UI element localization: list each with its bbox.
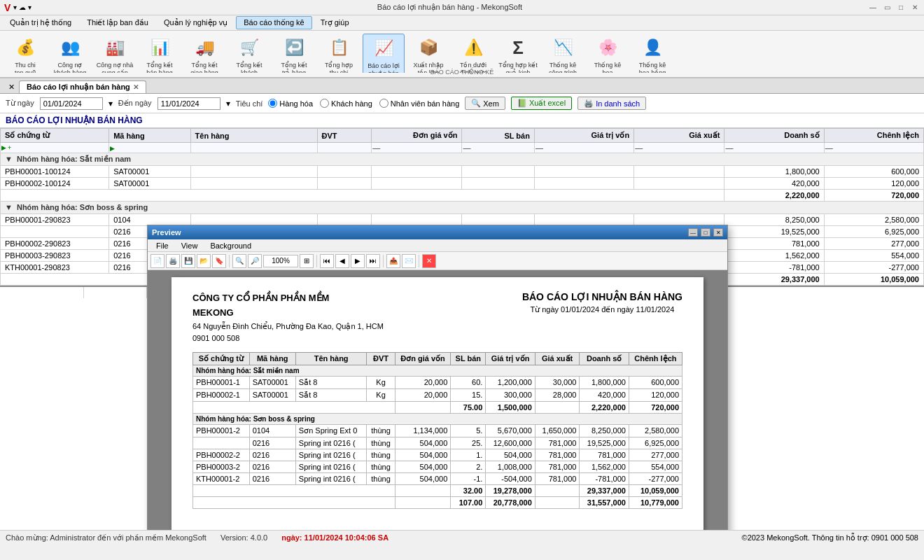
group-sat-expand[interactable]: ▼ [5, 155, 13, 163]
toolbar-tong-ket-tra[interactable]: ↩️ Tổng kếttrả hàng [273, 34, 315, 73]
preview-close[interactable]: ✕ [713, 228, 723, 237]
tab-bao-cao-label: Báo cáo lợi nhuận bán hàng [27, 83, 130, 92]
status-welcome: Chào mừng: Administrator đến với phần mề… [6, 533, 206, 542]
preview-menu-background[interactable]: Background [204, 241, 257, 251]
menu-thiet-lap[interactable]: Thiết lập ban đầu [80, 17, 155, 29]
preview-restore[interactable]: □ [701, 228, 710, 237]
group-son-expand[interactable]: ▼ [5, 203, 13, 211]
radio-hang-hoa[interactable]: Hàng hóa [268, 99, 313, 108]
preview-tool-prev[interactable]: ◀ [335, 254, 349, 268]
xem-icon: 🔍 [471, 99, 481, 108]
preview-menu-view[interactable]: View [176, 241, 204, 251]
preview-menu-file[interactable]: File [150, 241, 174, 251]
toolbar-cong-no-ncc-label: Công nợ nhàcung cấp [97, 62, 134, 73]
preview-tool-email[interactable]: ✉️ [402, 254, 416, 268]
toolbar-thong-ke-nv[interactable]: 👤 Thống kê hoa hồngnhân viên sale [631, 34, 673, 73]
report-subtotal1-son: 32.00 19,278,000 29,337,000 10,059,000 [193, 484, 682, 496]
row-gia-xuat [634, 178, 724, 190]
xem-button[interactable]: 🔍 Xem [465, 97, 505, 110]
preview-tool-5[interactable]: 🔖 [212, 254, 226, 268]
preview-window: Preview — □ ✕ File View Background 📄 🖨️ … [147, 225, 728, 530]
report-company: CÔNG TY CỔ PHẦN PHẦN MỀMMEKONG 64 Nguyễn… [192, 291, 384, 345]
preview-tool-next[interactable]: ▶ [351, 254, 365, 268]
preview-menubar: File View Background [148, 239, 727, 252]
tab-close-x[interactable]: ✕ [4, 81, 19, 93]
toolbar-thong-ke-ct[interactable]: 📉 Thống kê công trìnhtheo khách hàng [542, 34, 584, 73]
table-row: PBH00001-100124 SAT00001 1,800,000 600,0… [1, 166, 924, 178]
group-sat-label: ▼ Nhóm hàng hóa: Sắt miền nam [1, 153, 924, 166]
th-so-chung: Số chứng từ [1, 129, 109, 143]
toolbar-tong-ket-bh[interactable]: 📊 Tổng kếtbán hàng [139, 34, 181, 73]
filter-gia-tri: — [534, 143, 634, 153]
company-address: 64 Nguyễn Đình Chiểu, Phường Đa Kao, Quậ… [192, 321, 384, 333]
cong-no-kh-icon: 👥 [57, 35, 83, 60]
toolbar-tong-hop-kq[interactable]: Σ Tổng hợp kếtquả kinh doanh [497, 34, 539, 73]
tab-bar: ✕ Báo cáo lợi nhuận bán hàng ✕ [0, 78, 924, 94]
preview-content[interactable]: CÔNG TY CỔ PHẦN PHẦN MỀMMEKONG 64 Nguyễn… [148, 270, 727, 530]
preview-tool-close[interactable]: ✕ [422, 254, 436, 268]
filter-so-chung: ▶+ [1, 143, 109, 153]
xuat-excel-button[interactable]: 📗 Xuất excel [511, 97, 572, 110]
tu-ngay-dropdown[interactable]: ▾ [108, 99, 113, 108]
menu-quan-ly[interactable]: Quản lý nghiệp vụ [157, 17, 234, 29]
tab-bao-cao-close[interactable]: ✕ [133, 83, 139, 91]
title-bar-left: V ▾ ☁ ▾ [4, 2, 31, 13]
menu-quan-tri[interactable]: Quản trị hệ thống [3, 17, 78, 29]
radio-khach-hang[interactable]: Khách hàng [320, 99, 372, 108]
report-main-title: BÁO CÁO LỢI NHUẬN BÁN HÀNG [522, 291, 682, 302]
rth-gia-tri: Giá trị vốn [486, 352, 535, 365]
row-so-chung: PBH00002-100124 [1, 178, 109, 190]
toolbar-bao-cao-loi[interactable]: 📈 Báo cáo lợinhuận bán hàng [363, 34, 405, 73]
group-row-son: ▼ Nhóm hàng hóa: Sơn boss & spring [1, 202, 924, 214]
preview-tool-last[interactable]: ⏭ [366, 254, 380, 268]
filter-gia-xuat: — [634, 143, 724, 153]
company-phone: 0901 000 508 [192, 332, 384, 345]
preview-tool-first[interactable]: ⏮ [320, 254, 334, 268]
preview-minimize[interactable]: — [688, 228, 698, 237]
row-ma-hang: SAT00001 [109, 166, 190, 178]
restore-button[interactable]: ▭ [882, 3, 892, 13]
rth-don-gia: Đơn giá vốn [395, 352, 451, 365]
report-group-sat: Nhóm hàng hóa: Sắt miền nam [193, 365, 682, 376]
tu-ngay-input[interactable] [40, 97, 103, 110]
th-ten-hang: Tên hàng [190, 129, 317, 143]
minimize-button[interactable]: — [868, 3, 878, 13]
preview-tool-2[interactable]: 🖨️ [166, 254, 180, 268]
filter-sl-ban: — [462, 143, 534, 153]
radio-nhan-vien[interactable]: Nhân viên bán hàng [379, 99, 459, 108]
close-button[interactable]: ✕ [910, 3, 920, 13]
in-danh-sach-button[interactable]: 🖨️ In danh sách [578, 97, 646, 110]
row-so-chung: PBH00001-100124 [1, 166, 109, 178]
report-header: CÔNG TY CỔ PHẦN PHẦN MỀMMEKONG 64 Nguyễn… [192, 291, 682, 345]
preview-tool-zoom-out[interactable]: 🔍 [232, 254, 246, 268]
thong-ke-hh-icon: 🌸 [595, 35, 620, 60]
toolbar-cong-no-ncc[interactable]: 🏭 Công nợ nhàcung cấp [94, 34, 136, 73]
tab-bao-cao[interactable]: Báo cáo lợi nhuận bán hàng ✕ [19, 80, 146, 93]
toolbar-thu-chi[interactable]: 💰 Thu chiton quỹ [4, 34, 46, 73]
den-ngay-dropdown[interactable]: ▾ [226, 99, 230, 108]
maximize-button[interactable]: □ [896, 3, 906, 13]
toolbar-ton-duoi[interactable]: ⚠️ Tồn dướiđịnh mức [452, 34, 494, 73]
toolbar-tong-ket-mua[interactable]: 🛒 Tổng kết kháchmua hàng [228, 34, 270, 73]
den-ngay-input[interactable] [158, 97, 220, 110]
tong-hop-kq-icon: Σ [505, 35, 531, 60]
preview-tool-export[interactable]: 📤 [386, 254, 400, 268]
tieu-chi-label: Tiêu chí [236, 99, 263, 108]
toolbar-xuat-nhap[interactable]: 📦 Xuất nhậptồn kho [407, 34, 449, 73]
toolbar-cong-no-kh[interactable]: 👥 Công nợkhách hàng [49, 34, 91, 73]
toolbar-tong-ket-giao[interactable]: 🚚 Tổng kếtgiao hàng [183, 34, 225, 73]
preview-tool-3[interactable]: 💾 [181, 254, 195, 268]
preview-tool-open[interactable]: 📂 [197, 254, 211, 268]
preview-tool-fit[interactable]: ⊞ [300, 254, 314, 268]
preview-tool-zoom-in[interactable]: 🔎 [248, 254, 262, 268]
menu-tro-giup[interactable]: Trợ giúp [314, 17, 356, 29]
toolbar-tong-ket-giao-label: Tổng kếtgiao hàng [190, 62, 218, 73]
preview-tool-1[interactable]: 📄 [150, 254, 164, 268]
preview-zoom-input[interactable] [263, 255, 298, 267]
toolbar-tong-hop[interactable]: 📋 Tổng hợpthu chi [318, 34, 360, 73]
rth-dvt: ĐVT [367, 352, 395, 365]
menu-bao-cao[interactable]: Báo cáo thống kê [236, 16, 312, 29]
toolbar-thong-ke-hh[interactable]: 🌸 Thống kê hoahồng thầu phụ [587, 34, 629, 73]
rth-ten-hang: Tên hàng [295, 352, 367, 365]
xuat-excel-icon: 📗 [517, 99, 527, 108]
